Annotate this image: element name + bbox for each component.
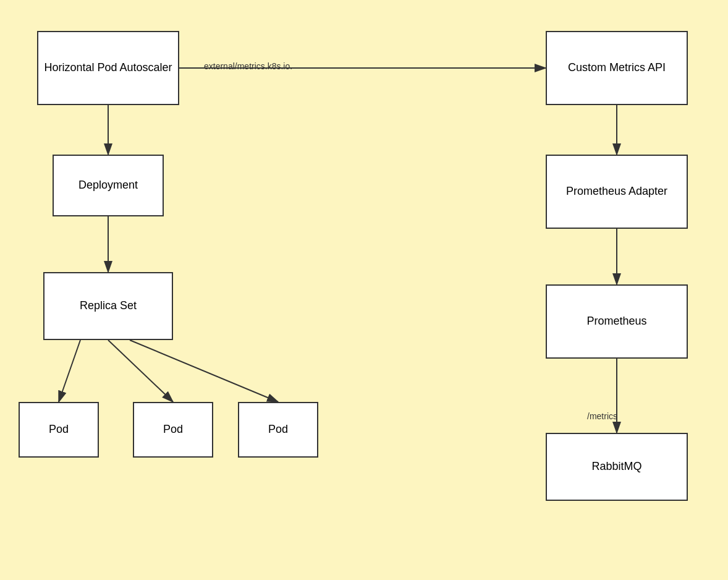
box-custom-metrics-api: Custom Metrics API xyxy=(546,31,688,105)
box-pod2: Pod xyxy=(133,402,213,458)
arrow-rs-to-pod1 xyxy=(59,340,80,402)
box-replica-set: Replica Set xyxy=(43,272,173,340)
box-pod1: Pod xyxy=(19,402,99,458)
box-prometheus: Prometheus xyxy=(546,284,688,359)
label-metrics-label: /metrics xyxy=(587,411,617,421)
box-deployment: Deployment xyxy=(53,155,164,216)
box-pod3: Pod xyxy=(238,402,318,458)
arrow-rs-to-pod3 xyxy=(130,340,278,402)
box-prometheus-adapter: Prometheus Adapter xyxy=(546,155,688,229)
diagram-container: Horizontal Pod AutoscalerCustom Metrics … xyxy=(0,0,728,580)
arrow-rs-to-pod2 xyxy=(108,340,173,402)
box-hpa: Horizontal Pod Autoscaler xyxy=(37,31,179,105)
label-ext-metrics-label: external/metrics.k8s.io. xyxy=(204,61,292,71)
box-rabbitmq: RabbitMQ xyxy=(546,433,688,501)
